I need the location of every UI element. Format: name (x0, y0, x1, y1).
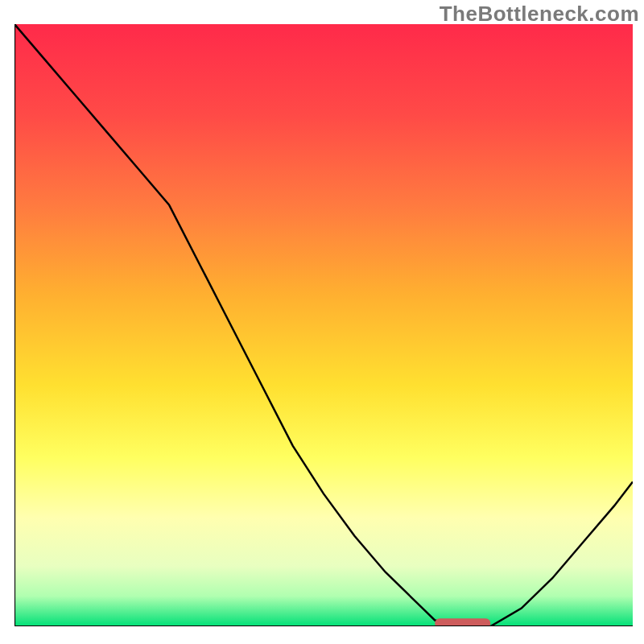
gradient-background (14, 24, 633, 626)
bottleneck-chart (14, 24, 633, 626)
chart-plot-area (14, 24, 633, 626)
watermark-text: TheBottleneck.com (440, 2, 639, 27)
optimal-range-marker (435, 618, 490, 626)
